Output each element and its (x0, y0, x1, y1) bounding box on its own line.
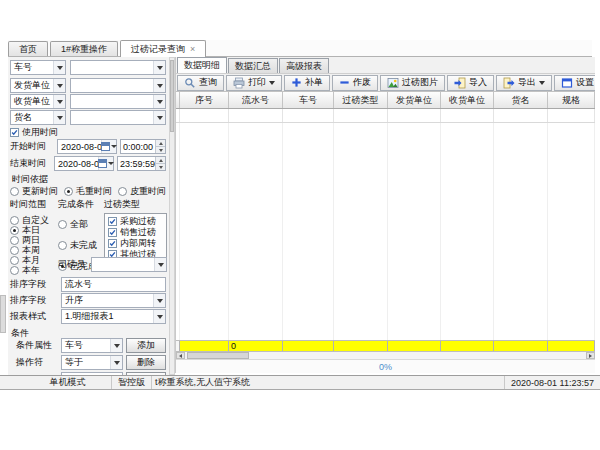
tab-record-query[interactable]: 过磅记录查询 × (120, 40, 206, 57)
filter-row-receiver: 收货单位 (10, 94, 166, 109)
supplement-order-button[interactable]: 补单 (284, 75, 330, 91)
tab-advanced-report[interactable]: 高级报表 (279, 58, 329, 73)
printer-icon (233, 77, 245, 89)
tab-weigh-operation[interactable]: 1#称重操作 (50, 41, 118, 56)
panel-collapse-handle[interactable] (0, 295, 6, 333)
supplement-button-label: 补单 (305, 76, 323, 89)
export-button[interactable]: 导出 (496, 75, 552, 91)
weigher-row: 司磅员 (58, 257, 167, 272)
summary-count-cell: 0 (229, 341, 283, 351)
chevron-down-icon (153, 95, 165, 108)
status-datetime: 2020-08-01 11:23:57 (505, 376, 600, 389)
radio-selected-icon (64, 187, 73, 196)
delete-condition-button[interactable]: 删除 (126, 355, 166, 370)
operator-value: 等于 (62, 356, 110, 369)
void-button[interactable]: 作废 (332, 75, 378, 91)
chevron-down-icon (153, 61, 165, 74)
report-style-row: 报表样式 1.明细报表1 (10, 309, 166, 324)
grid-header: 序号 流水号 车号 过磅类型 发货单位 收货单位 货名 规格 (176, 92, 595, 109)
radio-update-time[interactable]: 更新时间 (10, 185, 58, 198)
radio-gross-time[interactable]: 毛重时间 (64, 185, 112, 198)
settings-button[interactable]: 设置 (554, 75, 595, 91)
calendar-icon (98, 157, 113, 170)
settings-button-label: 设置 (576, 76, 594, 89)
tab-data-summary[interactable]: 数据汇总 (228, 58, 278, 73)
column-header-shipper[interactable]: 发货单位 (388, 92, 441, 108)
chevron-down-icon (153, 294, 165, 307)
add-condition-button[interactable]: 添加 (126, 338, 166, 353)
end-date-picker[interactable]: 2020-08-01 (54, 156, 114, 171)
column-header-car[interactable]: 车号 (283, 92, 334, 108)
column-header-weigh-type[interactable]: 过磅类型 (334, 92, 388, 108)
checkbox-checked-icon (108, 217, 117, 226)
start-date-picker[interactable]: 2020-08-01 (57, 139, 117, 154)
radio-this-year[interactable]: 本年 (10, 265, 56, 275)
import-button[interactable]: 导入 (447, 75, 494, 91)
summary-cell (180, 341, 229, 351)
spinner-arrows-icon[interactable] (155, 157, 165, 170)
checkbox-checked-icon (108, 228, 117, 237)
radio-tare-time-label: 皮重时间 (130, 185, 166, 198)
sort-field-value: 流水号 (65, 278, 92, 291)
close-icon[interactable]: × (190, 44, 195, 54)
checkbox-checked-icon[interactable] (10, 128, 19, 137)
weigh-photo-button[interactable]: 过磅图片 (380, 75, 445, 91)
scroll-right-arrow-icon[interactable] (586, 352, 595, 359)
scrollbar-thumb[interactable] (170, 60, 174, 132)
weigher-select[interactable] (91, 257, 167, 272)
radio-tare-time[interactable]: 皮重时间 (118, 185, 166, 198)
end-time-row: 结束时间 2020-08-01 23:59:59 (10, 156, 166, 171)
print-button[interactable]: 打印 (226, 75, 282, 91)
horizontal-scrollbar[interactable] (176, 352, 595, 360)
chevron-down-icon (53, 79, 65, 92)
use-time-row: 使用时间 (10, 127, 58, 138)
end-time-label: 结束时间 (10, 158, 51, 169)
tab-data-detail[interactable]: 数据明细 (177, 57, 227, 73)
start-time-spinner[interactable]: 0:00:00 (120, 139, 166, 154)
car-no-value-select[interactable] (70, 60, 166, 75)
receiver-value-select[interactable] (70, 94, 166, 109)
chevron-down-icon (269, 81, 275, 85)
goods-field-select[interactable]: 货名 (10, 110, 66, 125)
chevron-down-icon (53, 61, 65, 74)
receiver-field-select[interactable]: 收货单位 (10, 94, 66, 109)
column-header-receiver[interactable]: 收货单位 (441, 92, 494, 108)
finish-condition-title: 完成条件 (58, 198, 102, 211)
goods-field-label: 货名 (11, 111, 53, 124)
export-icon (503, 77, 515, 89)
scrollbar-thumb[interactable] (187, 352, 249, 359)
weigh-photo-label: 过磅图片 (402, 76, 438, 89)
operator-select[interactable]: 等于 (61, 355, 123, 370)
column-header-goods[interactable]: 货名 (494, 92, 548, 108)
condition-attribute-row: 条件属性 车号 添加 (16, 338, 166, 353)
radio-unfinished[interactable]: 未完成 (58, 239, 102, 252)
sort-order-value: 升序 (62, 294, 153, 307)
data-tab-bar: 数据明细 数据汇总 高级报表 (176, 57, 595, 73)
car-no-field-select[interactable]: 车号 (10, 60, 66, 75)
condition-attribute-select[interactable]: 车号 (61, 338, 123, 353)
sort-order-select[interactable]: 升序 (61, 293, 166, 308)
sort-field-input[interactable]: 流水号 (61, 277, 166, 292)
radio-unfinished-label: 未完成 (70, 239, 97, 252)
shipper-field-select[interactable]: 发货单位 (10, 78, 66, 93)
tab-home[interactable]: 首页 (8, 41, 48, 56)
end-time-spinner[interactable]: 23:59:59 (117, 156, 166, 171)
grid-body (176, 123, 595, 340)
end-time-value: 23:59:59 (120, 159, 155, 169)
scroll-left-arrow-icon[interactable] (176, 352, 185, 359)
filter-panel: 车号 发货单位 收货单位 货名 (8, 57, 169, 375)
summary-cell (548, 341, 595, 351)
goods-value-select[interactable] (70, 110, 166, 125)
shipper-value-select[interactable] (70, 78, 166, 93)
radio-all[interactable]: 全部 (58, 218, 102, 231)
query-button[interactable]: 查询 (177, 75, 224, 91)
column-header-serial[interactable]: 流水号 (229, 92, 283, 108)
tab-advanced-report-label: 高级报表 (286, 60, 322, 73)
report-style-select[interactable]: 1.明细报表1 (61, 309, 166, 324)
summary-cell (283, 341, 334, 351)
sort-order-row: 排序字段 升序 (10, 293, 166, 308)
spinner-arrows-icon[interactable] (155, 140, 165, 153)
summary-cell (334, 341, 388, 351)
column-header-seq[interactable]: 序号 (180, 92, 229, 108)
column-header-spec[interactable]: 规格 (548, 92, 595, 108)
